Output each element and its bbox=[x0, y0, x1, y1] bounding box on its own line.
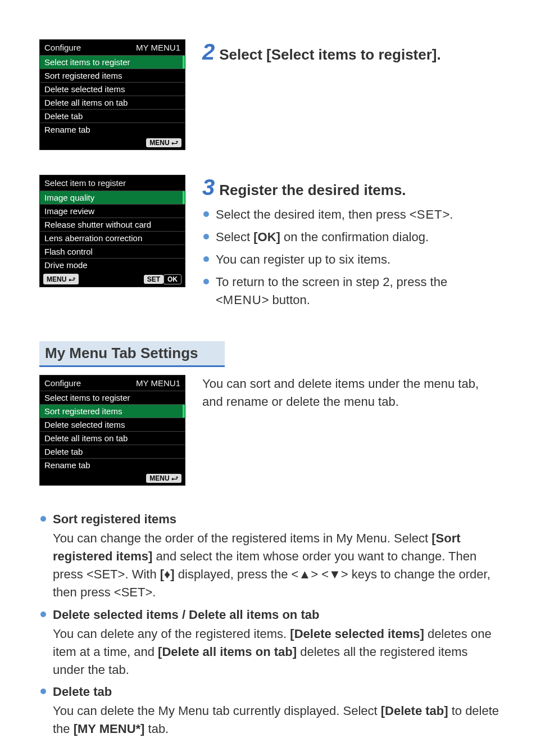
step3-b3: You can register up to six items. bbox=[216, 251, 502, 269]
b: [Delete tab] bbox=[381, 704, 448, 718]
settings-bullets: Sort registered items You can change the… bbox=[39, 510, 502, 738]
step-3-bullets: Select the desired item, then press <SET… bbox=[202, 206, 502, 309]
step-3-num: 3 bbox=[202, 175, 215, 200]
lcd1-menu-pill: MENU ⮐ bbox=[146, 138, 181, 147]
lcd1-title-right: MY MENU1 bbox=[136, 43, 180, 52]
delete-items-item: Delete selected items / Delete all items… bbox=[53, 606, 502, 679]
b: [Delete selected items] bbox=[290, 627, 424, 641]
sort-head: Sort registered items bbox=[53, 512, 176, 526]
t: displayed, press the < bbox=[175, 567, 299, 581]
deltab-head: Delete tab bbox=[53, 685, 112, 699]
updown-icon: [♦] bbox=[160, 567, 175, 581]
lcd-configure-2: Configure MY MENU1 Select items to regis… bbox=[39, 375, 185, 486]
down-icon: ▼ bbox=[329, 567, 341, 581]
step-3-head: 3 Register the desired items. bbox=[202, 175, 502, 200]
section-heading: My Menu Tab Settings bbox=[39, 341, 225, 367]
lcd3-title-left: Configure bbox=[44, 378, 81, 388]
del-head: Delete selected items / Delete all items… bbox=[53, 608, 319, 622]
step3-b4: To return to the screen in step 2, press… bbox=[216, 273, 502, 309]
lcd2-row-2: Release shutter without card bbox=[40, 218, 185, 231]
lcd1-row-4: Delete tab bbox=[40, 109, 185, 123]
del-body: You can delete any of the registered ite… bbox=[53, 625, 502, 679]
t: >. bbox=[145, 585, 156, 599]
t: tab. bbox=[144, 722, 169, 736]
t: Select the desired item, then press < bbox=[216, 207, 417, 221]
lcd2-row-1: Image review bbox=[40, 204, 185, 218]
t: >. bbox=[443, 207, 453, 221]
t: You can delete the My Menu tab currently… bbox=[53, 704, 381, 718]
lcd1-row-0: Select items to register bbox=[40, 55, 185, 69]
t: > < bbox=[311, 567, 329, 581]
t: on the confirmation dialog. bbox=[280, 230, 429, 244]
lcd3-row-2: Delete selected items bbox=[40, 418, 185, 431]
lcd3-row-1: Sort registered items bbox=[40, 404, 185, 418]
lcd2-title: Select item to register bbox=[44, 178, 126, 188]
lcd1-title-left: Configure bbox=[44, 43, 81, 52]
deltab-body: You can delete the My Menu tab currently… bbox=[53, 702, 502, 738]
step3-b1: Select the desired item, then press <SET… bbox=[216, 206, 502, 224]
b: [Delete all items on tab] bbox=[158, 645, 297, 659]
t: >. With bbox=[118, 567, 160, 581]
sort-body: You can change the order of the register… bbox=[53, 529, 502, 601]
step-3-title: Register the desired items. bbox=[219, 182, 406, 199]
lcd2-row-4: Flash control bbox=[40, 245, 185, 258]
step-2-head: 2 Select [Select items to register]. bbox=[202, 39, 502, 65]
sort-item: Sort registered items You can change the… bbox=[53, 510, 502, 601]
lcd3-menu-pill: MENU ⮐ bbox=[146, 474, 181, 483]
lcd2-menu-pill: MENU ⮐ bbox=[43, 274, 79, 284]
lcd2-row-5: Drive mode bbox=[40, 258, 185, 271]
set-glyph: SET bbox=[417, 207, 443, 221]
delete-tab-item: Delete tab You can delete the My Menu ta… bbox=[53, 683, 502, 738]
t: You can change the order of the register… bbox=[53, 531, 431, 545]
t: Select bbox=[216, 230, 253, 244]
t: > button. bbox=[262, 293, 310, 307]
set-glyph: SET bbox=[94, 567, 118, 581]
menu-glyph: MENU bbox=[223, 293, 262, 307]
lcd-configure-1: Configure MY MENU1 Select items to regis… bbox=[39, 39, 185, 150]
lcd1-row-3: Delete all items on tab bbox=[40, 96, 185, 109]
lcd3-row-5: Rename tab bbox=[40, 458, 185, 472]
lcd3-row-3: Delete all items on tab bbox=[40, 431, 185, 445]
lcd2-set-pill: SET bbox=[144, 275, 163, 284]
lcd1-row-5: Rename tab bbox=[40, 123, 185, 136]
intro-paragraph: You can sort and delete items under the … bbox=[202, 375, 502, 411]
lcd3-row-0: Select items to register bbox=[40, 391, 185, 404]
step-2-title: Select [Select items to register]. bbox=[219, 46, 440, 64]
lcd3-row-4: Delete tab bbox=[40, 445, 185, 458]
lcd2-ok-pill: OK bbox=[163, 274, 181, 284]
set-glyph: SET bbox=[121, 585, 146, 599]
ok-bold: [OK] bbox=[253, 230, 280, 244]
step3-b2: Select [OK] on the confirmation dialog. bbox=[216, 228, 502, 246]
lcd-select-item: Select item to register Image quality Im… bbox=[39, 175, 185, 287]
lcd2-row-0: Image quality bbox=[40, 191, 185, 204]
lcd1-row-2: Delete selected items bbox=[40, 82, 185, 96]
lcd2-row-3: Lens aberration correction bbox=[40, 231, 185, 245]
t: You can delete any of the registered ite… bbox=[53, 627, 290, 641]
step-2-num: 2 bbox=[202, 39, 215, 65]
b: [MY MENU*] bbox=[74, 722, 145, 736]
lcd1-row-1: Sort registered items bbox=[40, 69, 185, 82]
up-icon: ▲ bbox=[298, 567, 311, 581]
lcd3-title-right: MY MENU1 bbox=[136, 378, 180, 388]
